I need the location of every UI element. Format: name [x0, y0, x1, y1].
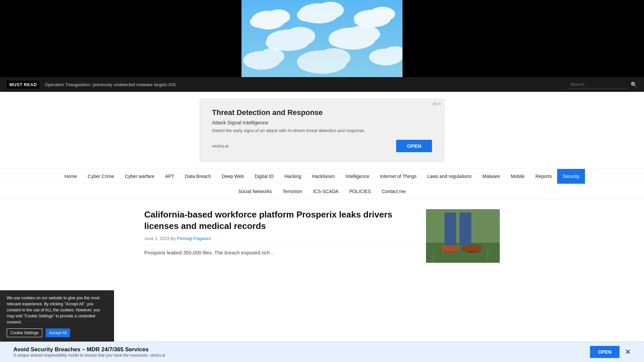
ad-banner: Ad ✕ Threat Detection and Response Attac… — [0, 92, 644, 169]
navigation: HomeCyber CrimeCyber warfareAPTData Brea… — [0, 169, 644, 199]
must-read-label: MUST READ — [7, 81, 40, 88]
article-title: California-based workforce platform Pros… — [144, 209, 416, 232]
banner-image — [241, 0, 402, 77]
svg-point-16 — [329, 33, 356, 48]
article-section: California-based workforce platform Pros… — [144, 209, 416, 263]
ad-box: Ad ✕ Threat Detection and Response Attac… — [200, 99, 444, 162]
nav-item-ics-scada[interactable]: ICS-SCADA — [308, 184, 344, 199]
nav-item-home[interactable]: Home — [59, 169, 82, 184]
nav-item-reports[interactable]: Reports — [530, 169, 557, 184]
search-input[interactable] — [568, 80, 628, 88]
nav-row-1: HomeCyber CrimeCyber warfareAPTData Brea… — [0, 169, 644, 184]
svg-rect-27 — [460, 213, 471, 246]
nav-item-digital-id[interactable]: Digital ID — [249, 169, 279, 184]
must-read-bar: MUST READ Operation Triangulation: previ… — [0, 77, 644, 92]
ad-url: vectra.ai — [212, 143, 228, 148]
nav-item-hacktivism[interactable]: Hacktivism — [307, 169, 340, 184]
nav-item-security[interactable]: Security — [557, 169, 585, 184]
svg-point-10 — [354, 14, 374, 26]
ad-description: Detect the early signs of an attack with… — [212, 128, 373, 133]
top-banner — [0, 0, 644, 77]
nav-item-deep-web[interactable]: Deep Web — [216, 169, 249, 184]
nav-item-laws[interactable]: Laws and regulations — [422, 169, 477, 184]
svg-point-3 — [267, 9, 290, 24]
nav-item-terrorism[interactable]: Terrorism — [277, 184, 308, 199]
svg-point-6 — [317, 2, 344, 18]
svg-point-4 — [250, 16, 270, 28]
article-image-inner — [426, 209, 500, 263]
svg-point-18 — [259, 48, 284, 64]
ad-subtitle: Attack Signal Intelligence — [212, 120, 432, 125]
nav-item-data-breach[interactable]: Data Breach — [179, 169, 216, 184]
nav-item-iot[interactable]: Internet of Things — [375, 169, 422, 184]
article-date: June 1, 2023 — [144, 236, 169, 241]
nav-item-apt[interactable]: APT — [160, 169, 179, 184]
search-button[interactable]: 🔍 — [631, 81, 637, 88]
article-author-link[interactable]: Pierluigi Paganini — [177, 236, 211, 241]
ad-title: Threat Detection and Response — [212, 108, 432, 117]
nav-item-hacking[interactable]: Hacking — [279, 169, 307, 184]
ad-close-button[interactable]: Ad ✕ — [432, 102, 441, 106]
article-author-label: By — [171, 236, 176, 241]
ad-open-button[interactable]: OPEN — [396, 140, 432, 152]
svg-point-7 — [297, 8, 320, 22]
nav-row-2: Social NetworksTerrorismICS-SCADAPOLICIE… — [0, 184, 644, 199]
nav-item-policies[interactable]: POLICIES — [344, 184, 376, 199]
nav-item-contact[interactable]: Contact me — [376, 184, 411, 199]
nav-item-social-networks[interactable]: Social Networks — [233, 184, 277, 199]
article-preview-text: Prosperix leaked 350,000 files. The brea… — [144, 249, 416, 257]
article-image — [426, 209, 500, 263]
svg-point-13 — [266, 36, 291, 50]
nav-item-intelligence[interactable]: Intelligence — [340, 169, 375, 184]
svg-rect-29 — [441, 245, 460, 251]
nav-item-malware[interactable]: Malware — [477, 169, 505, 184]
nav-item-cyber-crime[interactable]: Cyber Crime — [83, 169, 120, 184]
article-meta: June 1, 2023 By Pierluigi Paganini — [144, 236, 416, 245]
main-content: California-based workforce platform Pros… — [138, 209, 506, 263]
must-read-text: Operation Triangulation: previously unde… — [45, 82, 562, 87]
search-area: 🔍 — [568, 80, 637, 88]
ad-close-icon[interactable]: ✕ — [438, 102, 441, 106]
svg-point-23 — [298, 56, 326, 72]
svg-rect-26 — [444, 213, 456, 246]
ad-footer: vectra.ai OPEN — [212, 140, 432, 152]
nav-item-cyber-warfare[interactable]: Cyber warfare — [119, 169, 160, 184]
svg-rect-31 — [464, 245, 482, 251]
nav-item-mobile[interactable]: Mobile — [505, 169, 530, 184]
